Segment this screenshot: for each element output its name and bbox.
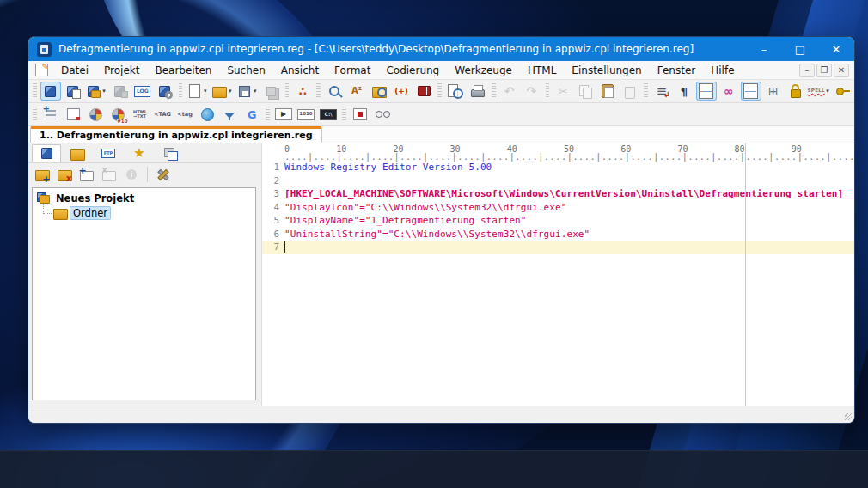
goto-line-button[interactable]: (+): [391, 82, 412, 101]
html-to-text-button[interactable]: HTML →TXT: [130, 105, 150, 124]
file-save-dropdown-arrow[interactable]: ▾: [252, 88, 259, 95]
item-info-button[interactable]: [121, 165, 142, 184]
file-tab[interactable]: 1.. Defragmentierung in appwiz.cpl integ…: [30, 126, 322, 143]
open-console-button[interactable]: C:\: [318, 105, 339, 124]
remove-virtual-folder-button[interactable]: [99, 165, 119, 184]
menu-codierung[interactable]: Codierung: [378, 63, 447, 78]
remove-folder-button[interactable]: [54, 165, 75, 184]
project-open-recent-dropdown-arrow[interactable]: ▾: [101, 88, 107, 95]
reformat-button[interactable]: [63, 105, 83, 124]
toolbar-group-handle[interactable]: [179, 83, 183, 99]
project-log-button[interactable]: LOG: [132, 82, 153, 101]
lock-file-button[interactable]: [785, 82, 806, 101]
new-virtual-folder-button[interactable]: [76, 165, 97, 184]
tags-uppercase-button[interactable]: <TAG: [152, 105, 173, 124]
undo-button[interactable]: [499, 82, 520, 101]
file-new-dropdown-arrow[interactable]: ▾: [202, 88, 209, 95]
stay-on-top-button[interactable]: [833, 82, 853, 101]
toolbar-group-handle[interactable]: [266, 107, 270, 122]
macro-record-button[interactable]: [350, 105, 370, 124]
cut-button[interactable]: [553, 82, 573, 101]
file-reopen-button[interactable]: [292, 82, 313, 101]
tree-item-ordner[interactable]: Ordner: [33, 205, 255, 220]
toolbar-group-handle[interactable]: [33, 83, 37, 99]
toolbar-group-handle[interactable]: [546, 83, 550, 99]
tags-lowercase-button[interactable]: <tag: [174, 105, 195, 124]
show-formatting-button[interactable]: ¶: [674, 82, 694, 101]
search-button[interactable]: [324, 82, 345, 101]
mdi-minimize-button[interactable]: –: [799, 64, 815, 77]
menu-bearbeiten[interactable]: Bearbeiten: [147, 63, 219, 78]
special-symbols-button[interactable]: [741, 82, 761, 101]
number-converter-button[interactable]: 1010: [296, 105, 316, 124]
toolbar-group-handle[interactable]: [342, 107, 346, 122]
menu-hilfe[interactable]: Hilfe: [703, 63, 742, 78]
line-numbers-button[interactable]: [696, 82, 717, 101]
color-translate-button[interactable]: [107, 105, 128, 124]
project-open-recent-button[interactable]: ▾: [85, 82, 108, 101]
code-explorer-button[interactable]: [763, 82, 784, 101]
google-search-button[interactable]: G: [241, 105, 262, 124]
spell-check-dropdown-arrow[interactable]: ▾: [824, 88, 831, 95]
minimize-button[interactable]: –: [746, 37, 782, 61]
file-open-button[interactable]: ▾: [211, 82, 235, 101]
menu-fenster[interactable]: Fenster: [650, 63, 704, 78]
toolbar-group-handle[interactable]: [492, 83, 496, 99]
close-button[interactable]: ✕: [818, 37, 854, 61]
file-new-button[interactable]: ▾: [186, 82, 209, 101]
toolbar-group-handle[interactable]: [316, 83, 321, 99]
menu-format[interactable]: Format: [327, 63, 378, 78]
project-new-button[interactable]: [40, 82, 61, 101]
toolbar-group-handle[interactable]: [285, 83, 290, 99]
print-button[interactable]: [468, 82, 488, 101]
copy-button[interactable]: [575, 82, 596, 101]
text-indent-button[interactable]: [40, 105, 61, 124]
w3c-validate-button[interactable]: [219, 105, 240, 124]
menu-ansicht[interactable]: Ansicht: [273, 63, 327, 78]
project-tree[interactable]: Neues ProjektOrdner: [32, 187, 256, 400]
add-folder-button[interactable]: [32, 165, 52, 184]
titlebar[interactable]: Defragmentierung in appwiz.cpl integrier…: [28, 37, 854, 61]
menu-datei[interactable]: Datei: [53, 63, 96, 78]
editor-area[interactable]: 0102030405060708090 ....|....|....|....|…: [262, 143, 854, 406]
spell-check-button[interactable]: SPELL▾: [808, 82, 831, 101]
redo-button[interactable]: [522, 82, 542, 101]
text-diff-view-button[interactable]: [372, 105, 393, 124]
project-settings-button[interactable]: [155, 82, 175, 101]
file-open-dropdown-arrow[interactable]: ▾: [227, 88, 234, 95]
panel-tab-favorites[interactable]: ★: [125, 144, 154, 162]
paste-button[interactable]: [597, 82, 618, 101]
run-script-button[interactable]: [273, 105, 294, 124]
panel-tab-ftp[interactable]: [94, 144, 123, 162]
delete-button[interactable]: [620, 82, 640, 101]
code-lines[interactable]: 1Windows Registry Editor Version 5.0023[…: [262, 161, 854, 254]
mdi-close-button[interactable]: ✕: [834, 64, 849, 77]
print-preview-button[interactable]: [445, 82, 466, 101]
menu-html[interactable]: HTML: [520, 63, 564, 78]
syntax-highlighting-button[interactable]: ∞: [718, 82, 739, 101]
open-in-browser-button[interactable]: [197, 105, 217, 124]
bookmarks-button[interactable]: [413, 82, 434, 101]
replace-button[interactable]: A²: [346, 82, 367, 101]
toolbar-group-handle[interactable]: [644, 83, 648, 99]
resize-grip[interactable]: [845, 413, 852, 420]
save-all-button[interactable]: [261, 82, 282, 101]
find-in-files-button[interactable]: [369, 82, 389, 101]
panel-tab-templates[interactable]: [156, 144, 185, 162]
word-wrap-button[interactable]: [651, 82, 672, 101]
color-select-button[interactable]: [85, 105, 106, 124]
tree-item-neues-projekt[interactable]: Neues Projekt: [33, 191, 255, 205]
toolbar-group-handle[interactable]: [437, 83, 442, 99]
menu-werkzeuge[interactable]: Werkzeuge: [447, 63, 520, 78]
toolbar-group-handle[interactable]: [33, 107, 37, 122]
project-tools-button[interactable]: [153, 165, 174, 184]
menu-suchen[interactable]: Suchen: [219, 63, 272, 78]
project-open-button[interactable]: [63, 82, 83, 101]
panel-tab-project[interactable]: [32, 144, 61, 162]
project-save-button[interactable]: [110, 82, 131, 101]
menu-projekt[interactable]: Projekt: [96, 63, 147, 78]
maximize-button[interactable]: □: [782, 37, 818, 61]
menu-einstellungen[interactable]: Einstellungen: [564, 63, 649, 78]
mdi-restore-button[interactable]: ❐: [816, 64, 832, 77]
file-save-button[interactable]: ▾: [236, 82, 260, 101]
